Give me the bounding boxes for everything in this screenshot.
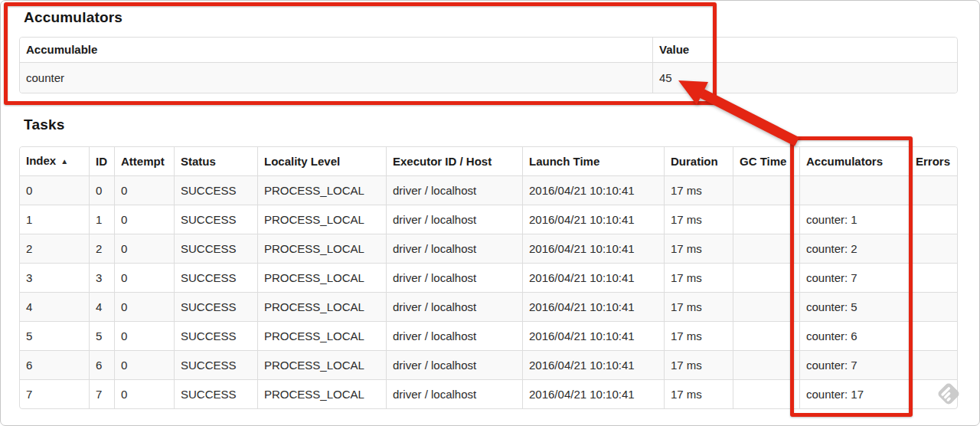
col-header-duration[interactable]: Duration <box>664 147 733 175</box>
cell: driver / localhost <box>386 292 522 321</box>
cell: 4 <box>20 292 89 321</box>
cell: 45 <box>652 62 957 93</box>
cell: PROCESS_LOCAL <box>257 321 386 350</box>
table-row: 770SUCCESSPROCESS_LOCALdriver / localhos… <box>20 379 957 408</box>
cell: SUCCESS <box>174 263 257 292</box>
col-header-errors[interactable]: Errors <box>909 147 957 175</box>
watermark-icon <box>936 381 962 407</box>
col-header-label: Index <box>26 154 56 167</box>
cell: 7 <box>89 379 114 408</box>
accumulators-table: Accumulable Value counter45 <box>19 37 958 93</box>
cell: 2 <box>89 234 114 263</box>
cell: SUCCESS <box>174 205 257 234</box>
cell: 4 <box>89 292 114 321</box>
cell: driver / localhost <box>386 321 522 350</box>
cell: PROCESS_LOCAL <box>257 292 386 321</box>
col-header-launch-time[interactable]: Launch Time <box>522 147 664 175</box>
col-header-locality-level[interactable]: Locality Level <box>257 147 386 175</box>
table-row: 550SUCCESSPROCESS_LOCALdriver / localhos… <box>20 321 957 350</box>
cell: counter <box>20 62 652 93</box>
cell <box>733 350 799 379</box>
cell <box>733 205 799 234</box>
accumulators-heading: Accumulators <box>24 9 122 26</box>
cell <box>909 205 957 234</box>
col-header-status[interactable]: Status <box>174 147 257 175</box>
cell <box>733 321 799 350</box>
cell: 2016/04/21 10:10:41 <box>522 379 664 408</box>
sort-ascending-icon: ▲ <box>60 157 68 165</box>
table-row: 440SUCCESSPROCESS_LOCALdriver / localhos… <box>20 292 957 321</box>
tasks-header-row: Index▲ ID Attempt Status Locality Level … <box>20 147 957 175</box>
cell: 17 ms <box>664 205 733 234</box>
cell: 2016/04/21 10:10:41 <box>522 263 664 292</box>
cell: 2016/04/21 10:10:41 <box>522 321 664 350</box>
cell: counter: 7 <box>799 263 909 292</box>
cell: 2016/04/21 10:10:41 <box>522 350 664 379</box>
cell <box>909 350 957 379</box>
table-row: 220SUCCESSPROCESS_LOCALdriver / localhos… <box>20 234 957 263</box>
cell: 3 <box>20 263 89 292</box>
cell: counter: 17 <box>799 379 909 408</box>
col-header-executor-id-host[interactable]: Executor ID / Host <box>386 147 522 175</box>
cell: 3 <box>89 263 114 292</box>
cell: PROCESS_LOCAL <box>257 350 386 379</box>
col-header-index[interactable]: Index▲ <box>20 147 89 175</box>
cell <box>909 263 957 292</box>
cell: PROCESS_LOCAL <box>257 379 386 408</box>
col-header-accumulators[interactable]: Accumulators <box>799 147 909 175</box>
cell: 0 <box>114 321 174 350</box>
cell: 0 <box>114 175 174 205</box>
cell: PROCESS_LOCAL <box>257 205 386 234</box>
cell: 0 <box>20 175 89 205</box>
cell <box>733 234 799 263</box>
table-row: 660SUCCESSPROCESS_LOCALdriver / localhos… <box>20 350 957 379</box>
col-header-gc-time[interactable]: GC Time <box>733 147 799 175</box>
cell <box>733 263 799 292</box>
cell: 7 <box>20 379 89 408</box>
cell: SUCCESS <box>174 175 257 205</box>
col-header-value[interactable]: Value <box>652 38 957 62</box>
cell: 1 <box>20 205 89 234</box>
cell: 0 <box>114 205 174 234</box>
cell: 2016/04/21 10:10:41 <box>522 292 664 321</box>
cell: SUCCESS <box>174 321 257 350</box>
cell: 0 <box>89 175 114 205</box>
cell: driver / localhost <box>386 350 522 379</box>
cell: 0 <box>114 292 174 321</box>
cell: counter: 5 <box>799 292 909 321</box>
cell: 0 <box>114 263 174 292</box>
col-header-id[interactable]: ID <box>89 147 114 175</box>
cell: counter: 1 <box>799 205 909 234</box>
cell: PROCESS_LOCAL <box>257 175 386 205</box>
cell: 2016/04/21 10:10:41 <box>522 234 664 263</box>
cell: 0 <box>114 234 174 263</box>
cell: driver / localhost <box>386 175 522 205</box>
cell: 17 ms <box>664 292 733 321</box>
cell: 0 <box>114 350 174 379</box>
cell: SUCCESS <box>174 379 257 408</box>
cell <box>909 175 957 205</box>
cell: counter: 2 <box>799 234 909 263</box>
cell: PROCESS_LOCAL <box>257 234 386 263</box>
tasks-heading: Tasks <box>24 116 64 133</box>
cell: PROCESS_LOCAL <box>257 263 386 292</box>
cell: 17 ms <box>664 263 733 292</box>
accumulators-header-row: Accumulable Value <box>20 38 957 62</box>
cell: 0 <box>114 379 174 408</box>
table-row: 000SUCCESSPROCESS_LOCALdriver / localhos… <box>20 175 957 205</box>
cell: 17 ms <box>664 234 733 263</box>
cell: driver / localhost <box>386 263 522 292</box>
cell: driver / localhost <box>386 205 522 234</box>
col-header-attempt[interactable]: Attempt <box>114 147 174 175</box>
cell: driver / localhost <box>386 379 522 408</box>
cell <box>733 175 799 205</box>
table-row: 330SUCCESSPROCESS_LOCALdriver / localhos… <box>20 263 957 292</box>
cell: SUCCESS <box>174 234 257 263</box>
cell: 2016/04/21 10:10:41 <box>522 175 664 205</box>
cell: 1 <box>89 205 114 234</box>
cell: 17 ms <box>664 175 733 205</box>
col-header-accumulable[interactable]: Accumulable <box>20 38 652 62</box>
cell <box>733 379 799 408</box>
cell: 17 ms <box>664 321 733 350</box>
cell: counter: 7 <box>799 350 909 379</box>
